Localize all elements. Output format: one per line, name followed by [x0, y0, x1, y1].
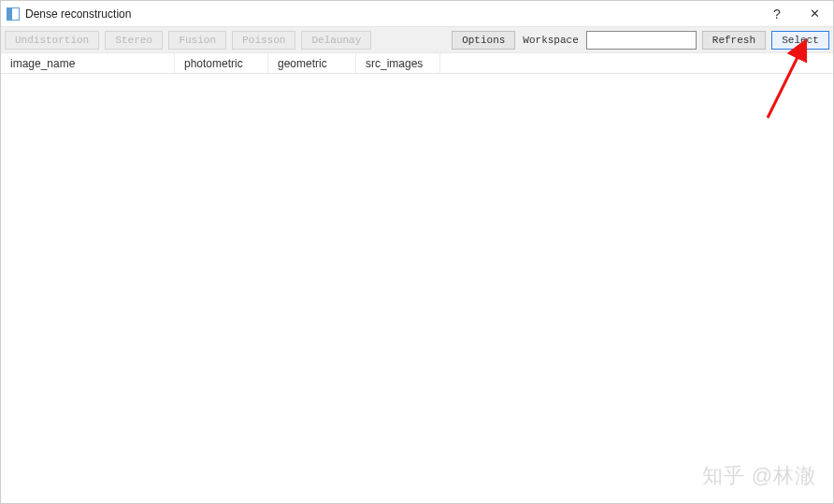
options-button[interactable]: Options: [452, 31, 515, 50]
stereo-button[interactable]: Stereo: [105, 31, 163, 50]
window-title: Dense reconstruction: [25, 7, 758, 21]
toolbar: Undistortion Stereo Fusion Poisson Delau…: [1, 27, 833, 53]
refresh-button[interactable]: Refresh: [702, 31, 766, 50]
toolbar-right-group: Options Workspace Refresh Select: [452, 31, 829, 50]
image-table: image_name photometric geometric src_ima…: [1, 53, 833, 503]
col-header-geometric[interactable]: geometric: [268, 53, 356, 73]
col-header-src-images[interactable]: src_images: [356, 53, 440, 73]
app-icon: [7, 7, 20, 21]
workspace-input[interactable]: [586, 31, 697, 50]
window-controls: ? ✕: [758, 1, 833, 26]
help-button[interactable]: ?: [758, 1, 796, 26]
poisson-button[interactable]: Poisson: [232, 31, 295, 50]
delaunay-button[interactable]: Delaunay: [301, 31, 371, 50]
table-body[interactable]: [1, 74, 833, 503]
close-button[interactable]: ✕: [796, 1, 833, 26]
col-header-image-name[interactable]: image_name: [1, 53, 175, 73]
undistortion-button[interactable]: Undistortion: [5, 31, 99, 50]
select-button[interactable]: Select: [771, 31, 829, 50]
col-header-photometric[interactable]: photometric: [175, 53, 268, 73]
workspace-label: Workspace: [521, 35, 580, 46]
fusion-button[interactable]: Fusion: [168, 31, 226, 50]
titlebar: Dense reconstruction ? ✕: [1, 1, 833, 27]
table-header-row: image_name photometric geometric src_ima…: [1, 53, 833, 74]
toolbar-left-group: Undistortion Stereo Fusion Poisson Delau…: [5, 31, 371, 50]
dense-reconstruction-window: Dense reconstruction ? ✕ Undistortion St…: [0, 0, 834, 504]
